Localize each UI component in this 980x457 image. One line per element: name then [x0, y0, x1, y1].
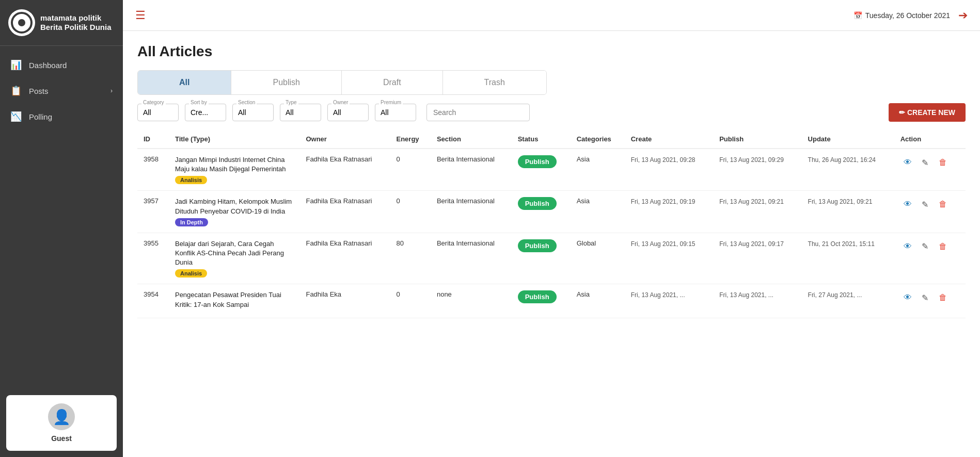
cell-section: Berita Internasional [431, 149, 512, 191]
cell-id: 3958 [137, 149, 169, 191]
filter-sortby-label: Sort by [189, 100, 209, 105]
tab-draft[interactable]: Draft [342, 71, 443, 94]
view-button[interactable]: 👁 [900, 197, 915, 211]
tab-trash[interactable]: Trash [443, 71, 546, 94]
topbar-date: 📅 Tuesday, 26 October 2021 [853, 11, 950, 20]
col-create: Create [625, 130, 713, 149]
cell-section: none [431, 284, 512, 318]
sidebar-item-dashboard[interactable]: 📊 Dashboard [0, 52, 123, 78]
hamburger-icon[interactable]: ☰ [135, 9, 146, 22]
status-badge: Publish [518, 239, 557, 252]
cell-energy: 80 [390, 233, 430, 284]
content-area: All Articles All Publish Draft Trash Cat… [123, 31, 980, 457]
cell-categories: Global [571, 233, 625, 284]
tab-publish[interactable]: Publish [231, 71, 341, 94]
cell-action: 👁 ✎ 🗑 [894, 284, 966, 318]
view-button[interactable]: 👁 [900, 239, 915, 254]
cell-section: Berita Internasional [431, 233, 512, 284]
sidebar: matamata politik Berita Politik Dunia 📊 … [0, 0, 123, 457]
table-row: 3955 Belajar dari Sejarah, Cara Cegah Ko… [137, 233, 966, 284]
page-title: All Articles [137, 43, 966, 60]
col-energy: Energy [390, 130, 430, 149]
articles-table: ID Title (Type) Owner Energy Section Sta… [137, 130, 966, 318]
sidebar-user-card: 👤 Guest [6, 395, 117, 451]
cell-update: Thu, 21 Oct 2021, 15:11 [802, 233, 894, 284]
cell-owner: Fadhila Eka [299, 284, 390, 318]
delete-button[interactable]: 🗑 [936, 239, 950, 254]
cell-title: Belajar dari Sejarah, Cara Cegah Konflik… [169, 233, 299, 284]
edit-button[interactable]: ✎ [918, 290, 932, 305]
cell-owner: Fadhila Eka Ratnasari [299, 149, 390, 191]
sidebar-item-label-polling: Polling [29, 112, 52, 121]
main-area: ☰ 📅 Tuesday, 26 October 2021 ➔ All Artic… [123, 0, 980, 457]
dashboard-icon: 📊 [10, 59, 22, 71]
filter-premium-label: Premium [379, 100, 403, 105]
cell-update: Fri, 27 Aug 2021, ... [802, 284, 894, 318]
app-name: matamata politik [40, 13, 112, 23]
sortby-select[interactable]: Cre... [185, 104, 226, 121]
cell-owner: Fadhila Eka Ratnasari [299, 191, 390, 233]
cell-publish: Fri, 13 Aug 2021, 09:17 [713, 233, 801, 284]
col-owner: Owner [299, 130, 390, 149]
section-select[interactable]: All [232, 104, 274, 121]
type-select[interactable]: All [280, 104, 321, 121]
avatar: 👤 [48, 403, 75, 430]
create-new-button[interactable]: ✏ CREATE NEW [889, 103, 966, 122]
cell-update: Fri, 13 Aug 2021, 09:21 [802, 191, 894, 233]
status-tabs: All Publish Draft Trash [137, 70, 547, 95]
edit-button[interactable]: ✎ [918, 155, 932, 170]
date-text: Tuesday, 26 October 2021 [865, 11, 950, 20]
status-badge: Publish [518, 290, 557, 303]
cell-status: Publish [512, 284, 571, 318]
sidebar-logo: matamata politik Berita Politik Dunia [0, 0, 123, 46]
logout-icon[interactable]: ➔ [958, 9, 968, 22]
col-action: Action [894, 130, 966, 149]
sidebar-item-polling[interactable]: 📉 Polling [0, 104, 123, 129]
cell-status: Publish [512, 233, 571, 284]
filter-section-label: Section [236, 100, 257, 105]
search-input[interactable] [426, 104, 530, 121]
polling-icon: 📉 [10, 111, 22, 122]
cell-title: Jadi Kambing Hitam, Kelompok Muslim Ditu… [169, 191, 299, 233]
category-select[interactable]: All [137, 104, 179, 121]
view-button[interactable]: 👁 [900, 155, 915, 170]
owner-select[interactable]: All [327, 104, 369, 121]
filter-owner: Owner All [327, 104, 369, 121]
view-button[interactable]: 👁 [900, 290, 915, 305]
filter-section: Section All [232, 104, 274, 121]
table-row: 3958 Jangan Mimpi Industri Internet Chin… [137, 149, 966, 191]
article-badge: Analisis [175, 176, 207, 184]
cell-energy: 0 [390, 191, 430, 233]
delete-button[interactable]: 🗑 [936, 197, 950, 211]
delete-button[interactable]: 🗑 [936, 290, 950, 305]
premium-select[interactable]: All [375, 104, 416, 121]
filter-category: Category All [137, 104, 179, 121]
col-status: Status [512, 130, 571, 149]
cell-section: Berita Internasional [431, 191, 512, 233]
cell-categories: Asia [571, 284, 625, 318]
edit-button[interactable]: ✎ [918, 239, 932, 254]
edit-button[interactable]: ✎ [918, 197, 932, 211]
cell-status: Publish [512, 191, 571, 233]
sidebar-item-posts[interactable]: 📋 Posts › [0, 78, 123, 104]
calendar-icon: 📅 [853, 11, 862, 20]
sidebar-item-label-posts: Posts [29, 87, 49, 95]
delete-button[interactable]: 🗑 [936, 155, 950, 170]
topbar: ☰ 📅 Tuesday, 26 October 2021 ➔ [123, 0, 980, 31]
filter-type: Type All [280, 104, 321, 121]
col-publish: Publish [713, 130, 801, 149]
filter-type-label: Type [284, 100, 298, 105]
col-categories: Categories [571, 130, 625, 149]
cell-action: 👁 ✎ 🗑 [894, 233, 966, 284]
cell-create: Fri, 13 Aug 2021, 09:15 [625, 233, 713, 284]
cell-publish: Fri, 13 Aug 2021, ... [713, 284, 801, 318]
articles-table-wrap: ID Title (Type) Owner Energy Section Sta… [137, 130, 966, 318]
cell-energy: 0 [390, 149, 430, 191]
cell-status: Publish [512, 149, 571, 191]
chevron-right-icon: › [110, 87, 113, 94]
tab-all[interactable]: All [138, 71, 231, 94]
logo-icon [8, 9, 35, 36]
status-badge: Publish [518, 197, 557, 210]
cell-action: 👁 ✎ 🗑 [894, 191, 966, 233]
filter-premium: Premium All [375, 104, 416, 121]
